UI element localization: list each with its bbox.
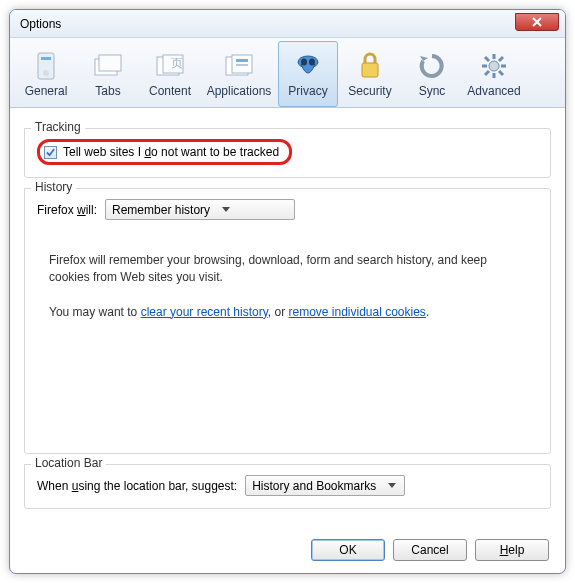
svg-line-24 xyxy=(485,71,489,75)
history-legend: History xyxy=(31,180,76,194)
locationbar-suggest-select[interactable]: History and Bookmarks xyxy=(245,475,405,496)
general-icon xyxy=(33,50,59,82)
tracking-highlight: Tell web sites I do not want to be track… xyxy=(37,139,292,165)
svg-line-22 xyxy=(499,71,503,75)
svg-point-2 xyxy=(43,70,49,76)
svg-rect-10 xyxy=(236,59,248,62)
chevron-down-icon xyxy=(218,202,233,217)
help-button[interactable]: Help xyxy=(475,539,549,561)
content-area: Tracking Tell web sites I do not want to… xyxy=(10,108,565,519)
ok-button[interactable]: OK xyxy=(311,539,385,561)
close-button[interactable] xyxy=(515,13,559,31)
tracking-group: Tracking Tell web sites I do not want to… xyxy=(24,128,551,178)
category-toolbar: General Tabs 页 Content Applications Priv… xyxy=(10,38,565,108)
tab-content[interactable]: 页 Content xyxy=(140,41,200,107)
history-will-label: Firefox will: xyxy=(37,203,97,217)
svg-rect-4 xyxy=(99,55,121,71)
locationbar-legend: Location Bar xyxy=(31,456,106,470)
svg-point-16 xyxy=(489,61,499,71)
dnt-checkbox[interactable] xyxy=(44,146,57,159)
content-icon: 页 xyxy=(155,50,185,82)
check-icon xyxy=(46,148,55,157)
svg-text:页: 页 xyxy=(171,56,183,70)
dialog-buttons: OK Cancel Help xyxy=(311,539,549,561)
sync-icon xyxy=(418,50,446,82)
applications-icon xyxy=(224,50,254,82)
close-icon xyxy=(532,17,542,27)
svg-line-21 xyxy=(485,57,489,61)
locationbar-label: When using the location bar, suggest: xyxy=(37,479,237,493)
tabs-icon xyxy=(93,50,123,82)
svg-point-13 xyxy=(301,59,307,66)
tracking-legend: Tracking xyxy=(31,120,85,134)
titlebar: Options xyxy=(10,10,565,38)
tab-sync[interactable]: Sync xyxy=(402,41,462,107)
tab-tabs[interactable]: Tabs xyxy=(78,41,138,107)
select-value: History and Bookmarks xyxy=(252,479,376,493)
clear-history-link[interactable]: clear your recent history xyxy=(141,305,268,319)
security-icon xyxy=(359,50,381,82)
select-value: Remember history xyxy=(112,203,210,217)
dnt-label: Tell web sites I do not want to be track… xyxy=(63,145,279,159)
privacy-icon xyxy=(295,50,321,82)
tab-privacy[interactable]: Privacy xyxy=(278,41,338,107)
svg-rect-1 xyxy=(41,57,51,60)
svg-point-14 xyxy=(309,59,315,66)
tab-label: Advanced xyxy=(467,82,520,102)
remove-cookies-link[interactable]: remove individual cookies xyxy=(288,305,425,319)
cancel-button[interactable]: Cancel xyxy=(393,539,467,561)
tab-general[interactable]: General xyxy=(16,41,76,107)
tab-label: Content xyxy=(149,82,191,102)
tab-label: General xyxy=(25,82,68,102)
tab-applications[interactable]: Applications xyxy=(202,41,276,107)
options-window: Options General Tabs 页 Content Applicati… xyxy=(9,9,566,574)
tab-label: Tabs xyxy=(95,82,120,102)
advanced-icon xyxy=(480,50,508,82)
chevron-down-icon xyxy=(384,478,399,493)
locationbar-group: Location Bar When using the location bar… xyxy=(24,464,551,509)
history-info: Firefox will remember your browsing, dow… xyxy=(37,220,538,356)
history-links-line: You may want to clear your recent histor… xyxy=(49,304,526,321)
tab-label: Applications xyxy=(207,82,272,102)
tab-label: Privacy xyxy=(288,82,327,102)
tab-label: Security xyxy=(348,82,391,102)
history-group: History Firefox will: Remember history F… xyxy=(24,188,551,454)
tab-advanced[interactable]: Advanced xyxy=(464,41,524,107)
tab-security[interactable]: Security xyxy=(340,41,400,107)
svg-rect-15 xyxy=(362,63,378,77)
svg-line-23 xyxy=(499,57,503,61)
history-info-text: Firefox will remember your browsing, dow… xyxy=(49,252,526,286)
tab-label: Sync xyxy=(419,82,446,102)
window-title: Options xyxy=(20,17,61,31)
svg-rect-11 xyxy=(236,64,248,66)
history-mode-select[interactable]: Remember history xyxy=(105,199,295,220)
